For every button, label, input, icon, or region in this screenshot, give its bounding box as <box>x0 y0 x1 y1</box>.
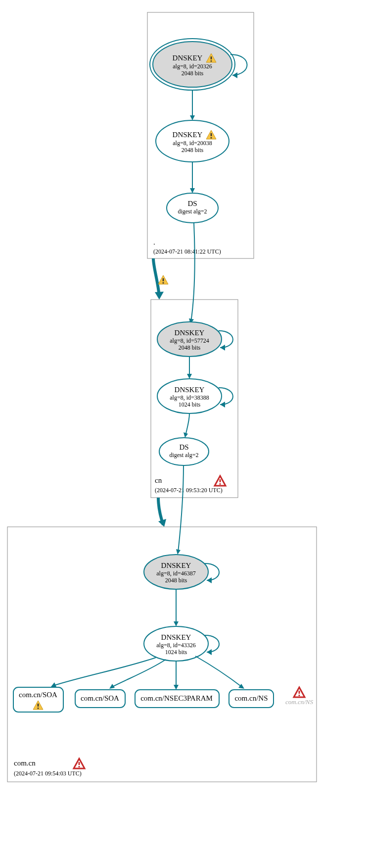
edge-zsk-ns <box>195 656 242 687</box>
svg-text:alg=8, id=20326: alg=8, id=20326 <box>173 63 212 70</box>
node-comcn-ksk[interactable]: DNSKEY alg=8, id=46387 2048 bits <box>144 555 208 589</box>
svg-text:DNSKEY: DNSKEY <box>173 54 203 62</box>
node-rr-ns[interactable]: com.cn/NS <box>229 690 274 708</box>
svg-marker-25 <box>220 345 225 351</box>
svg-text:DS: DS <box>179 443 188 451</box>
svg-text:2048 bits: 2048 bits <box>182 147 204 153</box>
svg-text:DNSKEY: DNSKEY <box>173 131 203 139</box>
svg-text:DNSKEY: DNSKEY <box>161 633 191 641</box>
node-rr-ns-faded: com.cn/NS <box>285 687 313 706</box>
svg-marker-9 <box>232 72 237 78</box>
svg-marker-31 <box>220 402 225 408</box>
svg-text:alg=8, id=57724: alg=8, id=57724 <box>170 337 209 344</box>
svg-text:2048 bits: 2048 bits <box>182 70 204 77</box>
node-rr-soa1[interactable]: com.cn/SOA <box>13 687 63 712</box>
edge-root-ds-cn-ksk <box>191 223 195 322</box>
svg-text:1024 bits: 1024 bits <box>179 401 201 408</box>
svg-text:DS: DS <box>187 200 197 207</box>
svg-marker-37 <box>176 549 181 555</box>
svg-text:DNSKEY: DNSKEY <box>175 329 205 337</box>
node-root-ksk[interactable]: DNSKEY alg=8, id=20326 2048 bits <box>150 39 235 90</box>
error-icon <box>215 476 226 486</box>
node-cn-ds[interactable]: DS digest alg=2 <box>159 438 209 465</box>
svg-text:digest alg=2: digest alg=2 <box>178 208 207 215</box>
dnssec-graph: . (2024-07-21 08:41:22 UTC) DNSKEY alg=8… <box>0 0 366 868</box>
svg-text:com.cn/SOA: com.cn/SOA <box>19 691 57 699</box>
node-comcn-zsk[interactable]: DNSKEY alg=8, id=43326 1024 bits <box>144 626 208 661</box>
svg-marker-19 <box>155 292 164 300</box>
zone-label-comcn: com.cn <box>14 759 36 767</box>
node-cn-ksk[interactable]: DNSKEY alg=8, id=57724 2048 bits <box>157 322 222 357</box>
zone-label-cn: cn <box>155 476 162 484</box>
node-root-ds[interactable]: DS digest alg=2 <box>167 193 218 223</box>
edge-cn-zsk-ds <box>185 413 189 436</box>
zone-ts-root: (2024-07-21 08:41:22 UTC) <box>153 248 221 255</box>
svg-marker-47 <box>174 621 179 626</box>
edge-zsk-soa1 <box>53 658 156 686</box>
edge-cn-ds-comcn-ksk <box>178 465 183 552</box>
error-icon <box>74 759 85 768</box>
svg-text:1024 bits: 1024 bits <box>165 649 187 656</box>
warning-icon <box>158 275 168 284</box>
svg-text:DNSKEY: DNSKEY <box>161 562 191 569</box>
node-rr-nsec3[interactable]: com.cn/NSEC3PARAM <box>135 690 219 708</box>
edge-zsk-soa2 <box>111 660 166 687</box>
node-root-zsk[interactable]: DNSKEY alg=8, id=20038 2048 bits <box>156 120 229 162</box>
svg-text:2048 bits: 2048 bits <box>179 344 201 351</box>
svg-text:alg=8, id=38388: alg=8, id=38388 <box>170 394 209 401</box>
zone-ts-cn: (2024-07-21 09:53:20 UTC) <box>155 487 223 494</box>
svg-text:com.cn/NSEC3PARAM: com.cn/NSEC3PARAM <box>140 694 213 702</box>
node-rr-soa2[interactable]: com.cn/SOA <box>75 690 125 708</box>
svg-text:alg=8, id=46387: alg=8, id=46387 <box>156 570 196 577</box>
svg-text:digest alg=2: digest alg=2 <box>169 452 198 459</box>
edge-delegation-root-cn <box>153 258 159 297</box>
svg-text:com.cn/NS: com.cn/NS <box>285 698 313 706</box>
svg-text:DNSKEY: DNSKEY <box>175 386 205 394</box>
svg-text:alg=8, id=43326: alg=8, id=43326 <box>156 642 196 649</box>
svg-marker-42 <box>207 577 212 583</box>
svg-marker-60 <box>174 685 179 690</box>
svg-marker-30 <box>187 374 192 379</box>
svg-marker-14 <box>190 115 195 120</box>
node-cn-zsk[interactable]: DNSKEY alg=8, id=38388 1024 bits <box>157 379 222 413</box>
svg-text:2048 bits: 2048 bits <box>165 577 187 584</box>
zone-label-root: . <box>153 238 155 246</box>
svg-marker-35 <box>183 432 188 438</box>
svg-text:com.cn/NS: com.cn/NS <box>234 694 268 702</box>
zone-ts-comcn: (2024-07-21 09:54:03 UTC) <box>14 770 82 777</box>
svg-text:alg=8, id=20038: alg=8, id=20038 <box>173 140 212 147</box>
svg-marker-18 <box>190 188 195 193</box>
svg-text:com.cn/SOA: com.cn/SOA <box>81 694 119 702</box>
error-icon <box>294 687 305 697</box>
svg-marker-48 <box>207 649 212 655</box>
